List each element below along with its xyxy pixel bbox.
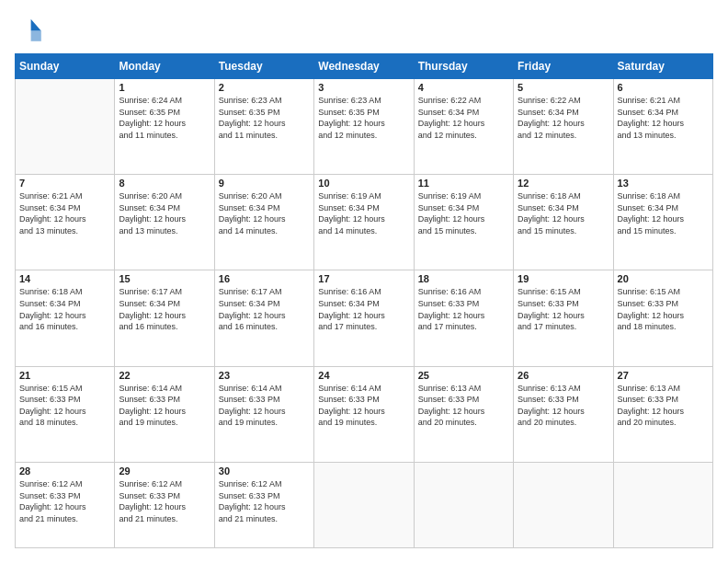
- calendar-week-row: 7Sunrise: 6:21 AM Sunset: 6:34 PM Daylig…: [16, 175, 713, 270]
- calendar-week-row: 28Sunrise: 6:12 AM Sunset: 6:33 PM Dayli…: [16, 462, 713, 547]
- page: SundayMondayTuesdayWednesdayThursdayFrid…: [0, 0, 728, 563]
- calendar-day-cell: 14Sunrise: 6:18 AM Sunset: 6:34 PM Dayli…: [16, 270, 115, 366]
- calendar-day-cell: 11Sunrise: 6:19 AM Sunset: 6:34 PM Dayli…: [414, 175, 513, 270]
- calendar-day-header: Tuesday: [214, 54, 313, 79]
- day-number: 23: [219, 370, 310, 381]
- calendar-day-cell: 30Sunrise: 6:12 AM Sunset: 6:33 PM Dayli…: [214, 462, 313, 547]
- calendar-day-cell: [414, 462, 513, 547]
- calendar-day-cell: [16, 79, 115, 175]
- day-number: 14: [19, 273, 110, 284]
- header: [15, 15, 713, 44]
- calendar-day-cell: 28Sunrise: 6:12 AM Sunset: 6:33 PM Dayli…: [16, 462, 115, 547]
- calendar-day-cell: 24Sunrise: 6:14 AM Sunset: 6:33 PM Dayli…: [314, 366, 414, 462]
- day-info: Sunrise: 6:14 AM Sunset: 6:33 PM Dayligh…: [119, 383, 210, 429]
- day-number: 30: [219, 465, 310, 477]
- day-number: 21: [19, 370, 110, 381]
- day-info: Sunrise: 6:12 AM Sunset: 6:33 PM Dayligh…: [19, 478, 110, 524]
- day-number: 8: [119, 178, 210, 189]
- day-number: 20: [618, 273, 709, 284]
- calendar-day-cell: 4Sunrise: 6:22 AM Sunset: 6:34 PM Daylig…: [414, 79, 513, 175]
- calendar-day-cell: [314, 462, 414, 547]
- day-info: Sunrise: 6:15 AM Sunset: 6:33 PM Dayligh…: [618, 286, 709, 332]
- calendar-day-cell: 2Sunrise: 6:23 AM Sunset: 6:35 PM Daylig…: [214, 79, 313, 175]
- calendar-day-cell: [514, 462, 613, 547]
- day-number: 16: [219, 273, 310, 284]
- day-number: 2: [219, 82, 310, 93]
- calendar-day-cell: 6Sunrise: 6:21 AM Sunset: 6:34 PM Daylig…: [613, 79, 712, 175]
- calendar-day-cell: 22Sunrise: 6:14 AM Sunset: 6:33 PM Dayli…: [115, 366, 214, 462]
- calendar-day-cell: 9Sunrise: 6:20 AM Sunset: 6:34 PM Daylig…: [214, 175, 313, 270]
- calendar-day-header: Saturday: [613, 54, 712, 79]
- day-info: Sunrise: 6:22 AM Sunset: 6:34 PM Dayligh…: [518, 95, 609, 141]
- day-number: 22: [119, 370, 210, 381]
- calendar-day-cell: 1Sunrise: 6:24 AM Sunset: 6:35 PM Daylig…: [115, 79, 214, 175]
- day-info: Sunrise: 6:22 AM Sunset: 6:34 PM Dayligh…: [418, 95, 509, 141]
- day-number: 24: [318, 370, 409, 381]
- day-info: Sunrise: 6:15 AM Sunset: 6:33 PM Dayligh…: [19, 383, 110, 429]
- calendar-day-cell: 17Sunrise: 6:16 AM Sunset: 6:34 PM Dayli…: [314, 270, 414, 366]
- calendar-day-header: Monday: [115, 54, 214, 79]
- day-number: 10: [318, 178, 409, 189]
- calendar-day-cell: 5Sunrise: 6:22 AM Sunset: 6:34 PM Daylig…: [514, 79, 613, 175]
- logo-icon: [15, 15, 44, 44]
- day-number: 19: [518, 273, 609, 284]
- day-number: 18: [418, 273, 509, 284]
- calendar-day-cell: 20Sunrise: 6:15 AM Sunset: 6:33 PM Dayli…: [613, 270, 712, 366]
- day-info: Sunrise: 6:17 AM Sunset: 6:34 PM Dayligh…: [119, 286, 210, 332]
- calendar-table: SundayMondayTuesdayWednesdayThursdayFrid…: [15, 53, 713, 548]
- day-number: 6: [618, 82, 709, 93]
- day-info: Sunrise: 6:13 AM Sunset: 6:33 PM Dayligh…: [418, 383, 509, 429]
- svg-marker-1: [31, 31, 41, 41]
- calendar-day-cell: 16Sunrise: 6:17 AM Sunset: 6:34 PM Dayli…: [214, 270, 313, 366]
- day-info: Sunrise: 6:23 AM Sunset: 6:35 PM Dayligh…: [219, 95, 310, 141]
- day-info: Sunrise: 6:18 AM Sunset: 6:34 PM Dayligh…: [618, 190, 709, 236]
- day-info: Sunrise: 6:21 AM Sunset: 6:34 PM Dayligh…: [618, 95, 709, 141]
- day-number: 1: [119, 82, 210, 93]
- calendar-day-cell: 12Sunrise: 6:18 AM Sunset: 6:34 PM Dayli…: [514, 175, 613, 270]
- svg-marker-0: [31, 19, 41, 31]
- day-number: 17: [318, 273, 409, 284]
- day-info: Sunrise: 6:13 AM Sunset: 6:33 PM Dayligh…: [618, 383, 709, 429]
- logo: [15, 15, 48, 44]
- day-info: Sunrise: 6:18 AM Sunset: 6:34 PM Dayligh…: [518, 190, 609, 236]
- day-number: 7: [19, 178, 110, 189]
- calendar-week-row: 14Sunrise: 6:18 AM Sunset: 6:34 PM Dayli…: [16, 270, 713, 366]
- calendar-day-cell: 8Sunrise: 6:20 AM Sunset: 6:34 PM Daylig…: [115, 175, 214, 270]
- calendar-day-header: Wednesday: [314, 54, 414, 79]
- calendar-day-cell: 13Sunrise: 6:18 AM Sunset: 6:34 PM Dayli…: [613, 175, 712, 270]
- day-info: Sunrise: 6:16 AM Sunset: 6:34 PM Dayligh…: [318, 286, 409, 332]
- day-number: 29: [119, 465, 210, 477]
- day-number: 25: [418, 370, 509, 381]
- calendar-day-cell: 25Sunrise: 6:13 AM Sunset: 6:33 PM Dayli…: [414, 366, 513, 462]
- calendar-day-cell: 26Sunrise: 6:13 AM Sunset: 6:33 PM Dayli…: [514, 366, 613, 462]
- day-number: 27: [618, 370, 709, 381]
- day-number: 26: [518, 370, 609, 381]
- day-number: 15: [119, 273, 210, 284]
- calendar-day-cell: [613, 462, 712, 547]
- calendar-day-header: Sunday: [16, 54, 115, 79]
- calendar-day-cell: 27Sunrise: 6:13 AM Sunset: 6:33 PM Dayli…: [613, 366, 712, 462]
- calendar-day-cell: 10Sunrise: 6:19 AM Sunset: 6:34 PM Dayli…: [314, 175, 414, 270]
- day-info: Sunrise: 6:23 AM Sunset: 6:35 PM Dayligh…: [318, 95, 409, 141]
- day-number: 9: [219, 178, 310, 189]
- day-info: Sunrise: 6:18 AM Sunset: 6:34 PM Dayligh…: [19, 286, 110, 332]
- day-number: 4: [418, 82, 509, 93]
- day-info: Sunrise: 6:20 AM Sunset: 6:34 PM Dayligh…: [119, 190, 210, 236]
- day-number: 12: [518, 178, 609, 189]
- day-info: Sunrise: 6:14 AM Sunset: 6:33 PM Dayligh…: [318, 383, 409, 429]
- calendar-day-cell: 18Sunrise: 6:16 AM Sunset: 6:33 PM Dayli…: [414, 270, 513, 366]
- day-number: 5: [518, 82, 609, 93]
- day-info: Sunrise: 6:12 AM Sunset: 6:33 PM Dayligh…: [219, 478, 310, 524]
- day-info: Sunrise: 6:20 AM Sunset: 6:34 PM Dayligh…: [219, 190, 310, 236]
- day-info: Sunrise: 6:17 AM Sunset: 6:34 PM Dayligh…: [219, 286, 310, 332]
- calendar-day-cell: 3Sunrise: 6:23 AM Sunset: 6:35 PM Daylig…: [314, 79, 414, 175]
- day-info: Sunrise: 6:21 AM Sunset: 6:34 PM Dayligh…: [19, 190, 110, 236]
- calendar-day-cell: 19Sunrise: 6:15 AM Sunset: 6:33 PM Dayli…: [514, 270, 613, 366]
- day-info: Sunrise: 6:16 AM Sunset: 6:33 PM Dayligh…: [418, 286, 509, 332]
- calendar-day-header: Thursday: [414, 54, 513, 79]
- calendar-day-cell: 21Sunrise: 6:15 AM Sunset: 6:33 PM Dayli…: [16, 366, 115, 462]
- day-info: Sunrise: 6:12 AM Sunset: 6:33 PM Dayligh…: [119, 478, 210, 524]
- day-number: 11: [418, 178, 509, 189]
- calendar-day-cell: 23Sunrise: 6:14 AM Sunset: 6:33 PM Dayli…: [214, 366, 313, 462]
- day-info: Sunrise: 6:19 AM Sunset: 6:34 PM Dayligh…: [318, 190, 409, 236]
